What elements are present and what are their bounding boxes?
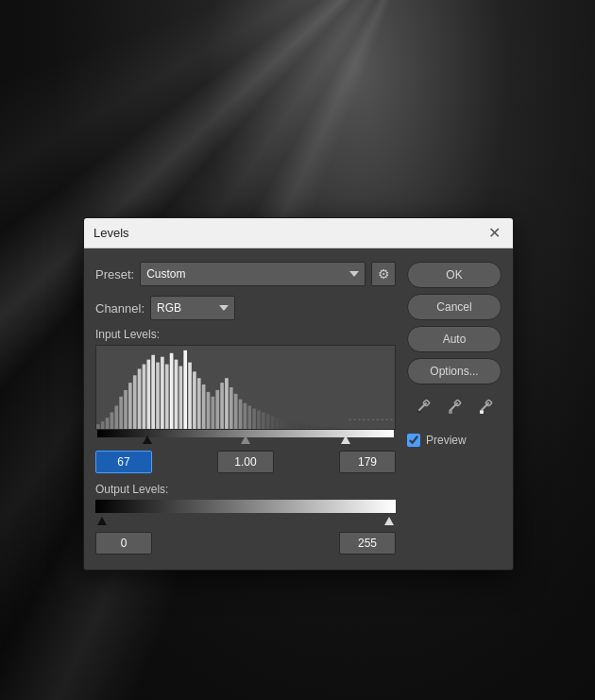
svg-rect-8 — [133, 375, 137, 429]
svg-rect-32 — [244, 403, 247, 429]
svg-rect-42 — [289, 421, 293, 429]
svg-rect-9 — [138, 368, 142, 429]
preview-label: Preview — [426, 434, 467, 447]
eyedroppers-row — [407, 390, 502, 424]
input-levels-label: Input Levels: — [95, 328, 396, 341]
svg-rect-25 — [212, 397, 215, 429]
svg-rect-27 — [220, 383, 224, 429]
black-point-input[interactable] — [95, 451, 152, 473]
svg-rect-38 — [271, 416, 275, 429]
svg-rect-23 — [202, 384, 206, 429]
channel-label: Channel: — [95, 301, 144, 316]
options-button[interactable]: Options... — [407, 358, 502, 384]
preview-row: Preview — [407, 430, 502, 451]
output-slider-area — [95, 517, 396, 528]
preview-checkbox[interactable] — [407, 434, 420, 447]
svg-rect-19 — [183, 350, 187, 429]
titlebar: Levels ✕ — [84, 218, 513, 248]
svg-rect-0 — [96, 424, 100, 429]
midtone-thumb[interactable] — [241, 435, 250, 444]
black-eyedropper-icon — [415, 399, 432, 416]
dialog-title: Levels — [94, 226, 129, 240]
svg-rect-48 — [316, 426, 320, 429]
svg-rect-10 — [143, 365, 146, 429]
svg-rect-3 — [110, 412, 114, 429]
gear-button[interactable]: ⚙ — [371, 262, 396, 286]
svg-rect-53 — [340, 427, 344, 429]
svg-rect-24 — [207, 392, 211, 429]
svg-rect-12 — [151, 355, 155, 429]
svg-rect-35 — [257, 410, 261, 429]
black-point-thumb[interactable] — [143, 435, 152, 444]
ok-button[interactable]: OK — [407, 262, 502, 288]
histogram — [95, 345, 396, 430]
gray-eyedropper[interactable] — [441, 394, 468, 420]
channel-row: Channel: RGB Red Green Blue — [95, 296, 396, 320]
white-eyedropper-icon — [477, 399, 494, 416]
svg-rect-13 — [156, 363, 160, 429]
black-eyedropper[interactable] — [410, 394, 436, 420]
svg-rect-17 — [175, 360, 178, 429]
svg-rect-20 — [188, 363, 192, 429]
preset-row: Preset: Custom Default Increase Contrast… — [95, 262, 396, 286]
dialog-body: Preset: Custom Default Increase Contrast… — [84, 248, 513, 570]
svg-rect-30 — [234, 394, 238, 429]
cancel-button[interactable]: Cancel — [407, 294, 502, 320]
output-gradient — [95, 500, 396, 513]
svg-rect-47 — [312, 425, 315, 429]
svg-rect-11 — [146, 360, 150, 429]
auto-button[interactable]: Auto — [407, 326, 502, 352]
close-button[interactable]: ✕ — [484, 224, 503, 243]
svg-rect-1 — [101, 421, 105, 429]
input-slider-area — [95, 430, 396, 447]
channel-select[interactable]: RGB Red Green Blue — [150, 296, 235, 320]
svg-rect-7 — [128, 383, 132, 429]
svg-rect-36 — [262, 412, 265, 429]
white-point-input[interactable] — [339, 451, 396, 473]
svg-rect-29 — [230, 387, 233, 429]
svg-rect-22 — [197, 378, 201, 429]
svg-rect-34 — [252, 408, 256, 429]
svg-rect-54 — [345, 428, 348, 429]
preset-label: Preset: — [95, 267, 134, 282]
output-black-input[interactable] — [95, 532, 152, 555]
svg-rect-37 — [266, 414, 270, 429]
right-panel: OK Cancel Auto Options... — [407, 262, 502, 555]
svg-rect-52 — [335, 427, 339, 429]
output-fields-row — [95, 532, 396, 555]
left-panel: Preset: Custom Default Increase Contrast… — [95, 262, 396, 555]
svg-rect-15 — [165, 365, 169, 429]
svg-rect-26 — [215, 390, 219, 429]
svg-rect-55 — [348, 428, 352, 429]
svg-rect-5 — [119, 397, 123, 429]
output-white-input[interactable] — [339, 532, 396, 555]
histogram-svg — [96, 346, 395, 429]
svg-rect-51 — [331, 427, 334, 429]
svg-rect-46 — [308, 425, 312, 429]
svg-rect-2 — [106, 418, 110, 429]
white-point-thumb[interactable] — [341, 435, 350, 444]
svg-rect-33 — [247, 406, 251, 429]
svg-rect-43 — [294, 422, 298, 429]
svg-rect-28 — [225, 378, 229, 429]
svg-rect-14 — [161, 357, 164, 429]
svg-rect-41 — [284, 420, 288, 429]
output-black-thumb[interactable] — [97, 517, 107, 525]
svg-rect-16 — [170, 353, 174, 429]
svg-rect-18 — [179, 367, 183, 429]
svg-rect-4 — [114, 406, 118, 429]
output-white-thumb[interactable] — [384, 517, 394, 525]
svg-rect-21 — [193, 371, 196, 429]
gray-eyedropper-icon — [446, 399, 463, 416]
svg-rect-6 — [124, 390, 128, 429]
svg-rect-40 — [280, 419, 283, 429]
svg-rect-49 — [321, 426, 325, 429]
midtone-input[interactable] — [217, 451, 274, 473]
svg-rect-50 — [326, 426, 330, 429]
input-fields-row — [95, 451, 396, 473]
white-eyedropper[interactable] — [472, 394, 499, 420]
svg-rect-44 — [298, 423, 302, 429]
preset-select[interactable]: Custom Default Increase Contrast 1 Incre… — [140, 262, 366, 286]
levels-dialog: Levels ✕ Preset: Custom Default Increase… — [83, 217, 514, 571]
svg-rect-45 — [303, 424, 307, 429]
